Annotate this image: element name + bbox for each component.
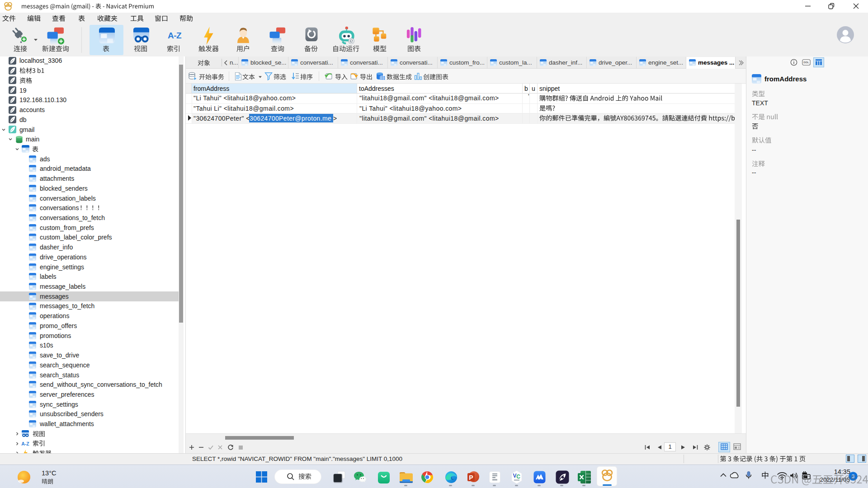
- svg-text:C: C: [516, 474, 520, 480]
- svg-text:P: P: [469, 474, 473, 481]
